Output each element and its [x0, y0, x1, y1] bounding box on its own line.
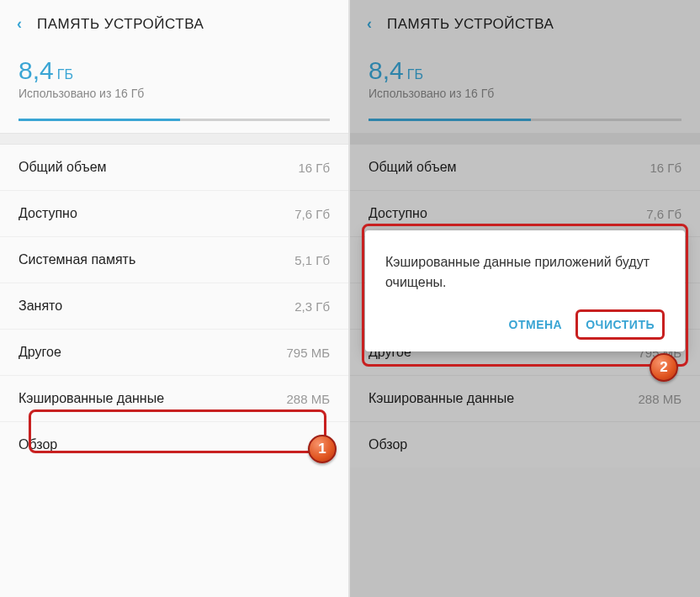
row-available[interactable]: Доступно 7,6 Гб — [0, 191, 348, 237]
header: ‹ ПАМЯТЬ УСТРОЙСТВА — [0, 0, 348, 45]
row-label: Обзор — [19, 437, 57, 452]
progress-bar — [19, 119, 330, 121]
used-unit: ГБ — [57, 67, 73, 82]
badge-number: 1 — [318, 441, 326, 457]
back-arrow-icon[interactable]: ‹ — [17, 15, 22, 33]
row-label: Доступно — [19, 206, 77, 221]
row-value: 795 МБ — [286, 346, 330, 360]
row-total[interactable]: Общий объем 16 Гб — [0, 145, 348, 191]
dialog-message: Кэшированные данные приложений будут очи… — [385, 252, 665, 293]
row-value: 2,3 Гб — [294, 299, 330, 314]
progress-fill — [19, 119, 180, 121]
dialog-actions: ОТМЕНА ОЧИСТИТЬ — [385, 309, 665, 340]
annotation-badge-2: 2 — [650, 353, 678, 382]
row-value: 16 Гб — [298, 161, 330, 175]
row-label: Кэшированные данные — [19, 391, 164, 406]
row-cached-data[interactable]: Кэшированные данные 288 МБ — [0, 376, 348, 422]
row-label: Общий объем — [19, 160, 107, 175]
clear-button[interactable]: ОЧИСТИТЬ — [575, 309, 665, 340]
row-used[interactable]: Занято 2,3 Гб — [0, 283, 348, 330]
annotation-badge-1: 1 — [308, 435, 337, 463]
row-label: Занято — [19, 298, 62, 314]
row-other[interactable]: Другое 795 МБ — [0, 330, 348, 376]
badge-number: 2 — [660, 359, 667, 376]
row-value: 288 МБ — [286, 392, 330, 406]
left-screenshot: ‹ ПАМЯТЬ УСТРОЙСТВА 8,4ГБ Использовано и… — [0, 0, 350, 597]
row-overview[interactable]: Обзор — [0, 422, 348, 468]
row-label: Системная память — [19, 252, 135, 267]
cancel-button[interactable]: ОТМЕНА — [499, 309, 573, 340]
page-title: ПАМЯТЬ УСТРОЙСТВА — [37, 16, 204, 33]
used-subtext: Использовано из 16 Гб — [19, 87, 330, 100]
used-value: 8,4 — [19, 56, 54, 84]
row-system[interactable]: Системная память 5,1 Гб — [0, 237, 348, 283]
section-divider — [0, 133, 348, 145]
row-value: 5,1 Гб — [294, 253, 330, 267]
row-label: Другое — [19, 345, 61, 360]
row-value: 7,6 Гб — [294, 207, 330, 221]
clear-cache-dialog: Кэшированные данные приложений будут очи… — [365, 230, 685, 351]
right-screenshot: ‹ ПАМЯТЬ УСТРОЙСТВА 8,4ГБ Использовано и… — [350, 0, 700, 597]
storage-summary: 8,4ГБ Использовано из 16 Гб — [0, 45, 348, 108]
